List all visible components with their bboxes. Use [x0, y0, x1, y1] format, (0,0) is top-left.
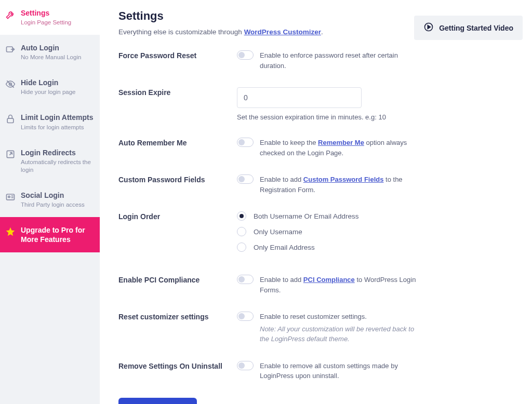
sidebar-item-label: Upgrade to Pro for More Features — [21, 225, 94, 244]
field-auto-remember-me: Auto Remember Me Enable to keep the Reme… — [118, 138, 516, 158]
pci-compliance-link[interactable]: PCI Compliance — [303, 276, 355, 284]
sidebar-item-label: Login Redirects — [21, 148, 94, 157]
remove-on-uninstall-toggle[interactable] — [237, 361, 254, 370]
field-reset-customizer: Reset customizer settings Enable to rese… — [118, 312, 516, 344]
field-custom-password-fields: Custom Password Fields Enable to add Cus… — [118, 174, 516, 195]
sidebar-item-label: Auto Login — [21, 43, 81, 52]
svg-point-5 — [8, 196, 10, 197]
sidebar-item-settings[interactable]: Settings Login Page Setting — [0, 0, 100, 35]
lock-icon — [5, 114, 16, 124]
login-order-option-both[interactable]: Both Username Or Email Address — [237, 211, 424, 221]
sidebar-item-upgrade-pro[interactable]: Upgrade to Pro for More Features — [0, 217, 100, 252]
sidebar-item-auto-login[interactable]: Auto Login No More Manual Login — [0, 35, 100, 70]
field-desc: Enable to add PCI Compliance to WordPres… — [260, 275, 424, 295]
sidebar-item-subtitle: Automatically redirects the login — [21, 158, 94, 174]
session-expire-input[interactable] — [237, 87, 362, 108]
getting-started-video-button[interactable]: Getting Started Video — [414, 16, 523, 40]
field-label: Reset customizer settings — [118, 312, 237, 344]
svg-rect-4 — [7, 194, 15, 200]
field-desc: Enable to add Custom Password Fields to … — [260, 174, 424, 195]
radio-label: Only Username — [254, 228, 302, 236]
field-desc: Enable to reset customizer settings. — [260, 312, 424, 322]
sidebar-item-label: Social Login — [21, 191, 85, 200]
login-icon — [5, 44, 16, 55]
sidebar-item-limit-login[interactable]: Limit Login Attempts Limits for login at… — [0, 104, 100, 139]
main-content: Getting Started Video Settings Everythin… — [100, 0, 532, 404]
field-force-password-reset: Force Password Reset Enable to enforce p… — [118, 50, 516, 71]
id-card-icon — [5, 192, 16, 202]
field-desc: Enable to remove all custom settings mad… — [260, 361, 424, 381]
field-label: Login Order — [118, 211, 237, 258]
field-desc: Enable to keep the Remember Me option al… — [260, 138, 424, 158]
sidebar-item-label: Settings — [21, 8, 71, 18]
custom-password-fields-link[interactable]: Custom Password Fields — [303, 176, 384, 183]
field-label: Auto Remember Me — [118, 138, 237, 158]
svg-rect-2 — [7, 119, 14, 123]
field-enable-pci-compliance: Enable PCI Compliance Enable to add PCI … — [118, 275, 516, 295]
field-label: Custom Password Fields — [118, 174, 237, 195]
field-desc: Enable to enforce password reset after c… — [260, 50, 424, 71]
sidebar: Settings Login Page Setting Auto Login N… — [0, 0, 100, 404]
sidebar-item-label: Limit Login Attempts — [21, 113, 93, 122]
wp-customizer-link[interactable]: WordPress Customizer — [244, 28, 321, 36]
sidebar-item-subtitle: Limits for login attempts — [21, 124, 93, 131]
reset-customizer-toggle[interactable] — [237, 312, 254, 321]
radio-icon — [237, 243, 246, 252]
video-button-label: Getting Started Video — [439, 24, 513, 32]
sidebar-item-subtitle: Hide your login page — [21, 88, 76, 96]
radio-label: Only Email Address — [254, 244, 315, 251]
field-label: Session Expire — [118, 87, 237, 121]
sidebar-item-label: Hide Login — [21, 78, 76, 87]
field-hint: Set the session expiration time in minut… — [237, 113, 424, 121]
sidebar-item-subtitle: Third Party login access — [21, 201, 85, 209]
redirect-icon — [5, 149, 16, 159]
wrench-icon — [5, 9, 16, 20]
sidebar-item-hide-login[interactable]: Hide Login Hide your login page — [0, 70, 100, 104]
field-label: Enable PCI Compliance — [118, 275, 237, 295]
play-circle-icon — [423, 22, 434, 34]
sidebar-item-login-redirects[interactable]: Login Redirects Automatically redirects … — [0, 140, 100, 182]
field-remove-on-uninstall: Remove Settings On Uninstall Enable to r… — [118, 361, 516, 381]
custom-password-toggle[interactable] — [237, 174, 254, 184]
sidebar-item-subtitle: Login Page Setting — [21, 19, 71, 26]
pci-compliance-toggle[interactable] — [237, 275, 254, 284]
eye-off-icon — [5, 79, 16, 89]
field-session-expire: Session Expire Set the session expiratio… — [118, 87, 516, 121]
sidebar-item-subtitle: No More Manual Login — [21, 53, 81, 61]
login-order-option-email[interactable]: Only Email Address — [237, 243, 424, 252]
field-label: Force Password Reset — [118, 50, 237, 71]
force-password-reset-toggle[interactable] — [237, 50, 254, 60]
field-login-order: Login Order Both Username Or Email Addre… — [118, 211, 516, 258]
radio-icon — [237, 227, 246, 236]
radio-label: Both Username Or Email Address — [254, 212, 359, 220]
login-order-option-username[interactable]: Only Username — [237, 227, 424, 236]
auto-remember-toggle[interactable] — [237, 138, 254, 147]
field-note: Note: All your customization will be rev… — [260, 324, 424, 344]
radio-icon — [237, 211, 246, 221]
save-changes-button[interactable]: Save Changes — [118, 398, 197, 405]
sidebar-item-social-login[interactable]: Social Login Third Party login access — [0, 182, 100, 217]
field-label: Remove Settings On Uninstall — [118, 361, 237, 381]
star-icon — [5, 226, 16, 237]
remember-me-link[interactable]: Remember Me — [318, 139, 364, 146]
